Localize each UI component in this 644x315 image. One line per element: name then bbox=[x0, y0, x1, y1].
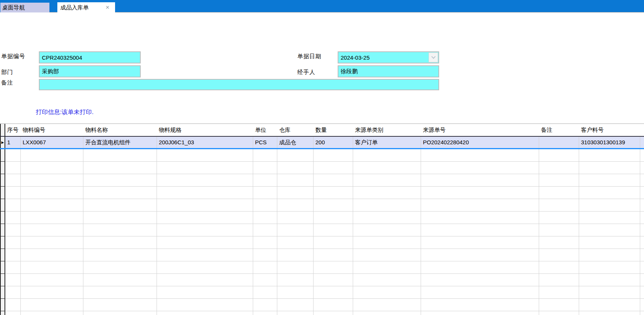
app-window: 桌面导航 成品入库单 × 单据编号 单据日期 部门 经手人 备注 打印信息:该单… bbox=[0, 0, 644, 315]
empty-table-row bbox=[0, 224, 644, 236]
empty-cell-source-doc-no bbox=[421, 249, 539, 261]
grid-filler bbox=[640, 286, 644, 299]
cell-quantity[interactable]: 200 bbox=[314, 137, 353, 148]
empty-cell-remarks bbox=[539, 261, 579, 274]
empty-cell-source-doc-type bbox=[353, 249, 421, 261]
table-row[interactable]: ▶1LXX0067开合直流电机组件200J06C1_03PCS成品仓200客户订… bbox=[0, 137, 644, 149]
row-selector-cell[interactable] bbox=[0, 199, 5, 212]
cell-source-doc-type[interactable]: 客户订单 bbox=[353, 137, 421, 148]
grid-filler bbox=[640, 187, 644, 199]
tab-finished-goods-inbound[interactable]: 成品入库单 × bbox=[57, 2, 115, 13]
empty-cell-source-doc-no bbox=[421, 212, 539, 224]
row-selector-cell[interactable] bbox=[0, 274, 5, 286]
tab-label: 成品入库单 bbox=[60, 4, 89, 11]
row-selector-cell[interactable] bbox=[0, 174, 5, 187]
row-selector-cell[interactable] bbox=[0, 187, 5, 199]
empty-cell-material-code bbox=[21, 286, 83, 299]
empty-cell-source-doc-type bbox=[353, 162, 421, 174]
empty-cell-material-name bbox=[83, 261, 157, 274]
empty-cell-warehouse bbox=[277, 212, 314, 224]
grid-filler bbox=[640, 249, 644, 261]
empty-cell-source-doc-type bbox=[353, 261, 421, 274]
row-selector-cell[interactable] bbox=[0, 149, 5, 162]
column-header-remarks[interactable]: 备注 bbox=[539, 124, 579, 137]
empty-cell-material-name bbox=[83, 162, 157, 174]
doc-date-dropdown-button[interactable] bbox=[429, 52, 438, 62]
current-row-marker: ▶ bbox=[2, 141, 4, 144]
cell-material-code[interactable]: LXX0067 bbox=[21, 137, 83, 148]
handler-input[interactable] bbox=[338, 65, 439, 77]
remarks-input[interactable] bbox=[39, 79, 439, 90]
empty-cell-source-doc-no bbox=[421, 311, 539, 315]
empty-cell-warehouse bbox=[277, 174, 314, 187]
empty-cell-material-name bbox=[83, 286, 157, 299]
remarks-label: 备注 bbox=[1, 79, 13, 86]
doc-date-input[interactable] bbox=[338, 51, 439, 63]
empty-cell-seq bbox=[5, 162, 21, 174]
cell-material-spec[interactable]: 200J06C1_03 bbox=[157, 137, 253, 148]
row-selector-cell[interactable] bbox=[0, 249, 5, 261]
cell-source-doc-no[interactable]: PO202402280420 bbox=[421, 137, 539, 148]
empty-cell-source-doc-no bbox=[421, 261, 539, 274]
empty-cell-material-name bbox=[83, 149, 157, 162]
row-selector-cell[interactable] bbox=[0, 286, 5, 299]
doc-no-input[interactable] bbox=[39, 51, 141, 63]
department-input[interactable] bbox=[39, 65, 141, 77]
empty-cell-remarks bbox=[539, 224, 579, 236]
row-selector-cell[interactable] bbox=[0, 224, 5, 236]
grid-filler bbox=[640, 224, 644, 236]
empty-cell-quantity bbox=[314, 249, 353, 261]
empty-cell-source-doc-no bbox=[421, 286, 539, 299]
empty-cell-quantity bbox=[314, 311, 353, 315]
empty-cell-quantity bbox=[314, 149, 353, 162]
empty-table-row bbox=[0, 162, 644, 174]
column-header-material-code[interactable]: 物料编号 bbox=[21, 124, 83, 137]
empty-cell-remarks bbox=[539, 199, 579, 212]
empty-cell-material-spec bbox=[157, 162, 253, 174]
column-header-material-spec[interactable]: 物料规格 bbox=[157, 124, 253, 137]
empty-cell-remarks bbox=[539, 274, 579, 286]
cell-material-name[interactable]: 开合直流电机组件 bbox=[83, 137, 157, 148]
row-selector-cell[interactable] bbox=[0, 299, 5, 311]
close-icon[interactable]: × bbox=[104, 4, 111, 11]
column-header-source-doc-type[interactable]: 来源单类别 bbox=[353, 124, 421, 137]
row-selector-cell[interactable] bbox=[0, 311, 5, 315]
empty-cell-material-spec bbox=[157, 299, 253, 311]
tab-desktop-nav[interactable]: 桌面导航 bbox=[0, 3, 49, 12]
cell-customer-part-no[interactable]: 31030301300139 bbox=[579, 137, 640, 148]
empty-cell-customer-part-no bbox=[579, 299, 640, 311]
cell-seq[interactable]: 1 bbox=[5, 137, 21, 148]
row-selector-cell[interactable] bbox=[0, 236, 5, 249]
empty-cell-source-doc-type bbox=[353, 187, 421, 199]
column-header-warehouse[interactable]: 仓库 bbox=[277, 124, 314, 137]
empty-cell-material-name bbox=[83, 224, 157, 236]
row-selector-cell[interactable] bbox=[0, 162, 5, 174]
row-selector-cell[interactable]: ▶ bbox=[0, 137, 5, 148]
row-selector-cell[interactable] bbox=[0, 261, 5, 274]
empty-table-row bbox=[0, 212, 644, 224]
column-header-material-name[interactable]: 物料名称 bbox=[83, 124, 157, 137]
grid-filler bbox=[640, 236, 644, 249]
empty-cell-unit bbox=[253, 261, 277, 274]
cell-warehouse[interactable]: 成品仓 bbox=[277, 137, 314, 148]
grid-filler bbox=[640, 299, 644, 311]
cell-unit[interactable]: PCS bbox=[253, 137, 277, 148]
empty-cell-material-code bbox=[21, 212, 83, 224]
column-header-source-doc-no[interactable]: 来源单号 bbox=[421, 124, 539, 137]
column-header-unit[interactable]: 单位 bbox=[253, 124, 277, 137]
empty-cell-material-spec bbox=[157, 187, 253, 199]
empty-table-row bbox=[0, 199, 644, 212]
column-header-seq[interactable]: 序号 bbox=[5, 124, 21, 137]
empty-cell-warehouse bbox=[277, 261, 314, 274]
column-header-customer-part-no[interactable]: 客户料号 bbox=[579, 124, 640, 137]
grid-filler bbox=[640, 274, 644, 286]
cell-remarks[interactable] bbox=[539, 137, 579, 148]
empty-cell-seq bbox=[5, 236, 21, 249]
grid-filler bbox=[640, 261, 644, 274]
empty-cell-remarks bbox=[539, 286, 579, 299]
empty-cell-warehouse bbox=[277, 236, 314, 249]
empty-table-row bbox=[0, 299, 644, 311]
column-header-quantity[interactable]: 数量 bbox=[314, 124, 353, 137]
row-selector-cell[interactable] bbox=[0, 212, 5, 224]
grid-filler bbox=[640, 162, 644, 174]
